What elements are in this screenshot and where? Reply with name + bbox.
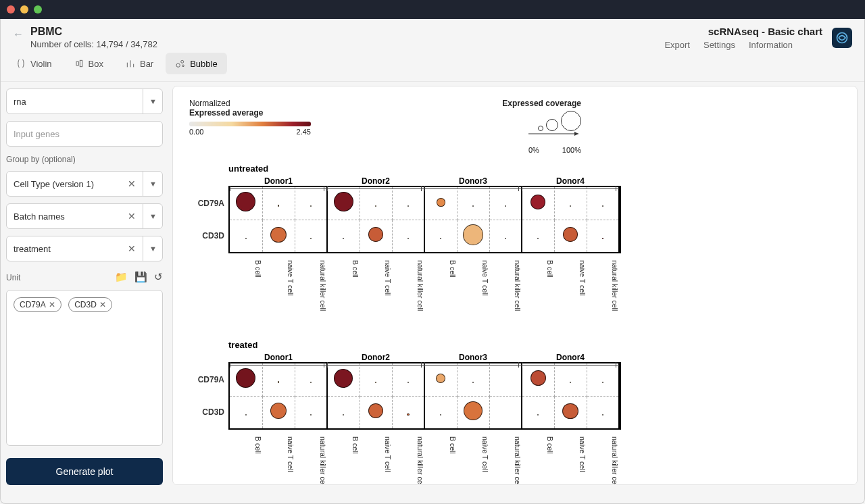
color-gradient-bar (189, 122, 311, 126)
bubble-point (375, 382, 376, 383)
gene-chips-box[interactable]: CD79A✕ CD3D✕ (6, 290, 163, 446)
save-icon[interactable]: 💾 (134, 271, 147, 283)
bubble-point (602, 414, 603, 415)
celltype-col-label: naive T cell (554, 435, 587, 485)
donor-header: Donor4 (522, 353, 619, 362)
bubble-point (602, 382, 603, 383)
panel-title: treated (228, 340, 841, 350)
bubble-point (463, 224, 484, 245)
bubble-point (270, 227, 286, 243)
tab-violin[interactable]: Violin (6, 53, 61, 74)
tab-box[interactable]: Box (64, 53, 113, 74)
tab-bubble-label: Bubble (190, 59, 217, 69)
chart-canvas: Normalized Expressed average 0.002.45 Ex… (172, 86, 858, 485)
clear-group1-icon[interactable]: ✕ (124, 171, 140, 197)
celltype-col-label: B cell (327, 435, 360, 485)
assay-select[interactable]: rna (6, 89, 163, 114)
celltype-col-label: natural killer cell (587, 259, 619, 320)
clear-group3-icon[interactable]: ✕ (124, 236, 140, 261)
violin-icon (16, 58, 26, 69)
bubble-point (562, 403, 578, 419)
bubble-point (537, 414, 539, 415)
gene-row-label: CD3D (191, 407, 224, 417)
bubble-panel: untreatedDonor1Donor2Donor3Donor4CD79ACD… (228, 163, 841, 320)
maximize-window-icon[interactable] (34, 5, 42, 14)
bubble-point (407, 382, 409, 383)
celltype-col-label: B cell (327, 259, 360, 320)
celltype-col-label: natural killer cell (295, 259, 327, 320)
remove-chip-icon[interactable]: ✕ (49, 300, 55, 309)
size-legend: Expressed coverage 0%100% (502, 99, 581, 154)
bubble-point (505, 205, 506, 207)
reset-icon[interactable]: ↺ (154, 271, 163, 283)
chevron-down-icon[interactable]: ▼ (143, 236, 163, 261)
chevron-down-icon[interactable]: ▼ (143, 89, 163, 114)
donor-header: Donor2 (327, 353, 424, 362)
bubble-point (334, 192, 353, 211)
panel-title: untreated (228, 163, 841, 174)
minimize-window-icon[interactable] (20, 5, 28, 14)
donor-header: Donor3 (424, 176, 522, 186)
bubble-point (437, 198, 445, 207)
celltype-col-label: natural killer cell (295, 435, 327, 485)
bubble-point (310, 205, 312, 207)
donor-header: Donor2 (327, 176, 424, 186)
svg-rect-2 (80, 60, 82, 66)
tab-violin-label: Violin (30, 59, 52, 69)
folder-icon[interactable]: 📁 (115, 271, 128, 283)
groupby-label: Group by (optional) (6, 155, 163, 164)
page-title: PBMC (30, 26, 157, 38)
celltype-col-label: naive T cell (360, 435, 392, 485)
bubble-point (440, 238, 441, 239)
app-window: ← PBMC Number of cells: 14,794 / 34,782 … (0, 19, 865, 504)
bubble-point (436, 374, 445, 383)
celltype-col-label: B cell (230, 435, 262, 485)
chevron-down-icon[interactable]: ▼ (143, 203, 163, 229)
close-window-icon[interactable] (7, 5, 15, 14)
celltype-col-label: B cell (424, 259, 457, 320)
tab-bar[interactable]: Bar (116, 53, 163, 74)
bubble-point (236, 368, 255, 388)
bubble-point (407, 205, 409, 207)
bubble-point (278, 381, 280, 383)
bubble-point (407, 238, 409, 239)
celltype-col-label: B cell (230, 259, 262, 320)
celltype-col-label: natural killer cell (489, 259, 522, 320)
donor-header: Donor1 (230, 176, 327, 186)
bubble-point (530, 370, 546, 386)
celltype-col-label: naive T cell (457, 259, 489, 320)
tab-bar-label: Bar (140, 59, 153, 69)
export-link[interactable]: Export (664, 40, 690, 50)
bubble-point (343, 414, 344, 415)
celltype-col-label: naive T cell (262, 435, 295, 485)
donor-header: Donor3 (424, 353, 522, 362)
svg-point-6 (176, 64, 180, 67)
information-link[interactable]: Information (749, 40, 793, 50)
bubble-point (310, 414, 312, 415)
app-brand-title: scRNAseq - Basic chart (664, 26, 822, 37)
back-arrow-icon[interactable]: ← (13, 28, 24, 41)
bubble-point (530, 195, 545, 209)
chevron-down-icon[interactable]: ▼ (143, 171, 163, 197)
clear-group2-icon[interactable]: ✕ (124, 203, 140, 229)
gene-input[interactable]: Input genes (6, 121, 163, 147)
bubble-panel: treatedDonor1Donor2Donor3Donor4CD79ACD3D… (228, 340, 841, 485)
bubble-point (368, 227, 383, 242)
settings-link[interactable]: Settings (703, 40, 735, 50)
donor-header: Donor1 (230, 353, 327, 362)
celltype-col-label: naive T cell (262, 259, 295, 320)
bubble-point (310, 382, 312, 383)
tab-bubble[interactable]: Bubble (166, 53, 226, 74)
svg-rect-1 (76, 61, 78, 65)
gene-row-label: CD79A (191, 375, 224, 384)
bubble-point (236, 192, 255, 211)
bubble-point (343, 238, 344, 239)
bubble-point (310, 238, 312, 239)
remove-chip-icon[interactable]: ✕ (99, 300, 106, 309)
generate-plot-button[interactable]: Generate plot (6, 458, 163, 485)
unit-label: Unit (6, 273, 20, 282)
chip-cd3d: CD3D✕ (68, 297, 112, 312)
chip-cd79a: CD79A✕ (14, 297, 61, 312)
gene-row-label: CD3D (191, 231, 224, 241)
celltype-col-label: naive T cell (360, 259, 392, 320)
